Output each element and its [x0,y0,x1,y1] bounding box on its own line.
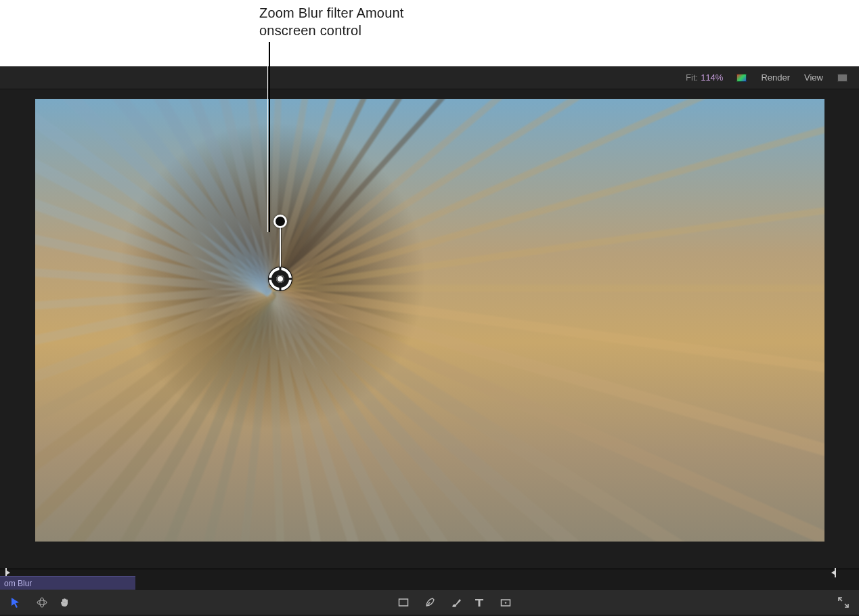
fullscreen-icon [837,596,850,609]
text-tool[interactable] [473,596,489,609]
osc-center-target[interactable] [269,267,292,290]
paint-stroke-tool[interactable] [450,596,462,609]
pen-nib-icon [424,596,436,609]
mini-timeline[interactable]: om Blur [0,569,859,589]
app-window: Fit: 114% Render View [0,66,859,616]
svg-point-3 [428,602,430,603]
view-label: View [804,72,823,83]
pointer-icon [9,596,22,609]
canvas-viewport [0,89,859,569]
brush-icon [450,596,462,609]
callout-leader-line [269,42,270,232]
center-tool-group [397,596,515,609]
pan-tool[interactable] [59,596,74,609]
out-point-marker-icon[interactable] [831,568,837,577]
square-swatch-icon [837,74,847,82]
svg-point-1 [40,598,44,607]
annotation-line1: Zoom Blur filter Amount [259,4,404,22]
canvas[interactable] [35,99,824,542]
shape-tool[interactable] [397,596,413,609]
clip-label: om Blur [4,579,32,588]
3d-transform-tool[interactable] [36,596,48,609]
viewer-top-toolbar: Fit: 114% Render View [0,66,859,89]
svg-point-5 [504,602,506,603]
render-label: Render [761,72,790,83]
zoom-blur-onscreen-control[interactable] [269,267,292,290]
timeline-clip[interactable]: om Blur [0,576,135,590]
mask-rectangle-icon [500,596,512,609]
orbit-3d-icon [36,596,48,609]
canvas-bottom-toolbar [0,589,859,615]
annotation-line2: onscreen control [259,22,404,39]
right-tool-group [837,596,850,609]
annotation-callout: Zoom Blur filter Amount onscreen control [259,4,404,39]
fit-label: Fit: [686,72,698,83]
svg-point-0 [37,600,47,604]
view-menu[interactable]: View [804,72,827,83]
hand-icon [59,596,71,609]
zoom-fit-control[interactable]: Fit: 114% [686,72,726,83]
text-icon [473,596,485,609]
fit-value: 114% [701,72,723,83]
color-channels-menu[interactable] [736,74,750,82]
rectangle-icon [397,596,410,609]
left-tool-group [9,596,74,609]
render-menu[interactable]: Render [761,72,793,83]
background-color-menu[interactable] [837,74,851,82]
osc-stem [280,223,281,267]
fullscreen-button[interactable] [837,596,850,609]
mask-tool[interactable] [500,596,515,609]
pen-tool[interactable] [424,596,439,609]
osc-amount-handle[interactable] [273,215,287,228]
color-channels-icon [736,74,747,82]
svg-rect-2 [399,599,408,606]
select-transform-tool[interactable] [9,596,25,609]
